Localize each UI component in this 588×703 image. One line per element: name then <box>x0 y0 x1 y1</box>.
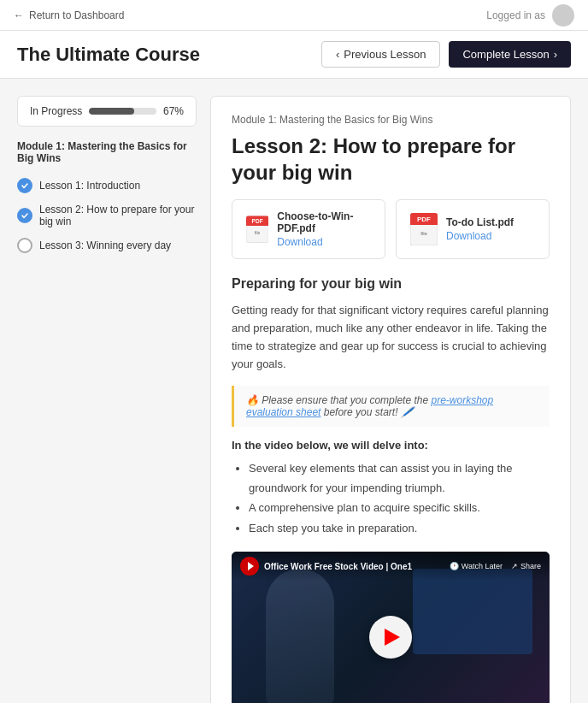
lesson-1-check-icon <box>17 178 32 193</box>
notice-fire-icon: 🔥 <box>246 394 262 406</box>
sidebar-module-label: Module 1: Mastering the Basics for Big W… <box>17 140 197 164</box>
chevron-left-icon: ‹ <box>336 48 339 61</box>
svg-text:file: file <box>255 231 261 235</box>
lesson-title: Lesson 2: How to prepare for your big wi… <box>232 133 550 186</box>
watch-later-label: Watch Later <box>462 562 503 570</box>
svg-text:file: file <box>420 231 427 236</box>
page-title: The Ultimate Course <box>17 44 200 66</box>
video-title: Office Work Free Stock Video | One1 <box>264 562 412 571</box>
notice-text-before: Please ensure that you complete the <box>262 394 431 406</box>
svg-text:PDF: PDF <box>252 218 263 224</box>
pdf-1-info: Choose-to-Win-PDF.pdf Download <box>277 210 371 248</box>
share-button[interactable]: ↗ Share <box>511 562 541 570</box>
complete-lesson-button[interactable]: Complete Lesson › <box>449 41 571 68</box>
logged-in-label: Logged in as <box>486 9 545 21</box>
svg-rect-2 <box>246 224 268 226</box>
top-bar: ← Return to Dashboard Logged in as <box>0 0 588 31</box>
lesson-3-label: Lesson 3: Winning every day <box>39 239 171 251</box>
lesson-1-label: Lesson 1: Introduction <box>39 180 140 192</box>
play-icon <box>385 629 400 646</box>
back-to-dashboard[interactable]: ← Return to Dashboard <box>14 9 124 21</box>
video-container[interactable]: Office Work Free Stock Video | One1 🕐 Wa… <box>232 552 550 703</box>
breadcrumb: Module 1: Mastering the Basics for Big W… <box>232 114 550 126</box>
video-top-bar: Office Work Free Stock Video | One1 🕐 Wa… <box>232 552 550 581</box>
progress-fill <box>89 108 134 115</box>
previous-lesson-button[interactable]: ‹ Previous Lesson <box>321 41 440 68</box>
progress-percent: 67% <box>163 105 184 117</box>
watch-later-button[interactable]: 🕐 Watch Later <box>450 562 503 570</box>
channel-icon <box>240 557 259 576</box>
svg-text:PDF: PDF <box>417 216 431 223</box>
prev-label: Previous Lesson <box>344 48 426 61</box>
pdf-2-download-link[interactable]: Download <box>446 230 491 242</box>
progress-box: In Progress 67% <box>17 96 197 127</box>
bullet-item-3: Each step you take in preparation. <box>249 518 550 538</box>
notice-wave-icon: 🖊️ <box>401 406 414 418</box>
share-label: Share <box>520 562 541 570</box>
video-title-area: Office Work Free Stock Video | One1 <box>240 557 412 576</box>
user-avatar <box>552 4 574 27</box>
video-thumbnail[interactable]: Office Work Free Stock Video | One1 🕐 Wa… <box>232 552 550 703</box>
pdf-card-1: PDF file Choose-to-Win-PDF.pdf Download <box>232 199 385 259</box>
sidebar-item-lesson-1[interactable]: Lesson 1: Introduction <box>17 173 197 198</box>
back-label: Return to Dashboard <box>29 9 124 21</box>
pdf-icon-1: PDF file <box>246 213 268 245</box>
sidebar-item-lesson-2[interactable]: Lesson 2: How to prepare for your big wi… <box>17 198 197 233</box>
pdf-2-info: To-do List.pdf Download <box>446 216 514 242</box>
pdf-cards: PDF file Choose-to-Win-PDF.pdf Download … <box>232 199 550 259</box>
pdf-card-2: PDF file To-do List.pdf Download <box>396 199 550 259</box>
main-layout: In Progress 67% Module 1: Mastering the … <box>0 79 588 703</box>
sidebar-item-lesson-3[interactable]: Lesson 3: Winning every day <box>17 233 197 258</box>
progress-label: In Progress <box>30 105 82 117</box>
bullet-list: Several key elements that can assist you… <box>249 458 550 539</box>
notice-text-after: before you start! <box>324 406 398 418</box>
lesson-3-circle-icon <box>17 238 32 253</box>
video-actions: 🕐 Watch Later ↗ Share <box>450 562 541 570</box>
screen-decoration <box>413 569 532 654</box>
back-arrow-icon: ← <box>14 9 24 21</box>
pdf-1-name: Choose-to-Win-PDF.pdf <box>277 210 371 234</box>
watch-later-icon: 🕐 <box>450 562 459 570</box>
pdf-2-name: To-do List.pdf <box>446 216 514 228</box>
sidebar: In Progress 67% Module 1: Mastering the … <box>17 96 197 703</box>
user-area: Logged in as <box>486 4 574 27</box>
section-heading: Preparing for your big win <box>232 276 550 292</box>
share-icon: ↗ <box>511 562 518 570</box>
bullet-item-1: Several key elements that can assist you… <box>249 458 550 499</box>
pdf-1-download-link[interactable]: Download <box>277 236 322 248</box>
progress-bar <box>89 108 156 115</box>
bullet-heading: In the video below, we will delve into: <box>232 439 550 452</box>
bullet-item-2: A comprehensive plan to acquire specific… <box>249 498 550 517</box>
svg-marker-10 <box>248 562 254 570</box>
header-actions: ‹ Previous Lesson Complete Lesson › <box>321 41 571 68</box>
play-button[interactable] <box>369 616 412 659</box>
lesson-2-label: Lesson 2: How to prepare for your big wi… <box>39 204 197 227</box>
notice-box: 🔥 Please ensure that you complete the pr… <box>232 386 550 427</box>
chevron-right-icon: › <box>554 48 557 61</box>
content-area: Module 1: Mastering the Basics for Big W… <box>210 96 571 703</box>
complete-label: Complete Lesson <box>462 48 549 61</box>
lesson-2-check-icon <box>17 208 32 223</box>
page-header: The Ultimate Course ‹ Previous Lesson Co… <box>0 31 588 79</box>
section-text: Getting ready for that significant victo… <box>232 302 550 373</box>
pdf-icon-2: PDF file <box>410 213 438 245</box>
